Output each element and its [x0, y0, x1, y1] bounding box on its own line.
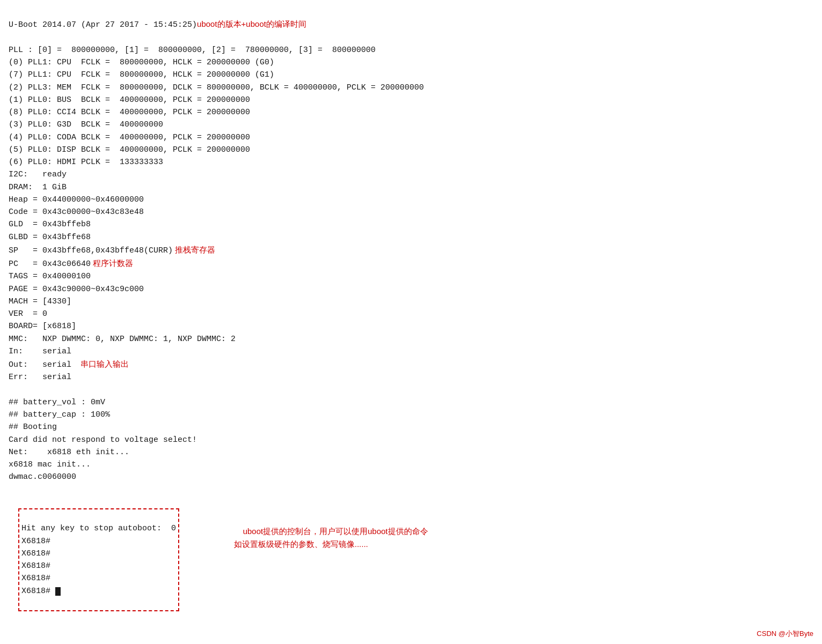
watermark: CSDN @小智Byte [757, 629, 813, 639]
pll-line-6: (3) PLL0: G3D BCLK = 400000000 [9, 120, 163, 129]
page-line: PAGE = 0x43c90000~0x43c9c000 [9, 285, 144, 294]
mach-line: MACH = [4330] [9, 297, 71, 306]
glbd-line: GLBD = 0x43bffe68 [9, 233, 91, 242]
mac-line: x6818 mac init... [9, 460, 91, 469]
i2c-line: I2C: ready [9, 170, 67, 179]
autoboot-box: Hit any key to stop autoboot: 0 X6818# X… [18, 508, 179, 611]
board-line: BOARD= [x6818] [9, 322, 76, 331]
card-line: Card did not respond to voltage select! [9, 435, 197, 445]
prompt-5: X6818# [21, 587, 50, 596]
battery-cap-line: ## battery_cap : 100% [9, 410, 110, 419]
out-line: Out: serial [9, 360, 71, 369]
pc-line: PC = 0x43c06640 [9, 260, 91, 269]
pll-line-4: (1) PLL0: BUS BCLK = 400000000, PCLK = 2… [9, 95, 250, 105]
prompt-3: X6818# [21, 561, 50, 571]
pc-annotation: 程序计数器 [91, 258, 133, 268]
heap-line: Heap = 0x44000000~0x46000000 [9, 195, 144, 204]
cursor [55, 587, 61, 596]
pll-line-1: (0) PLL1: CPU FCLK = 800000000, HCLK = 2… [9, 58, 274, 67]
blank-line2 [9, 386, 13, 395]
ver-line: VER = 0 [9, 309, 47, 319]
code-line: Code = 0x43c00000~0x43c83e48 [9, 208, 144, 217]
pll-line-2: (7) PLL1: CPU FCLK = 800000000, HCLK = 2… [9, 70, 274, 79]
blank-line [9, 33, 13, 42]
uboot-version: U-Boot 2014.07 (Apr 27 2017 - 15:45:25) [9, 20, 197, 29]
prompt-1: X6818# [21, 537, 50, 546]
dram-line: DRAM: 1 GiB [9, 183, 67, 192]
serial-annotation: 串口输入输出 [71, 359, 129, 368]
tags-line: TAGS = 0x40000100 [9, 272, 91, 281]
pll-line-8: (5) PLL0: DISP BCLK = 400000000, PCLK = … [9, 145, 250, 154]
console-annotation-line2: 如设置板级硬件的参数、烧写镜像...... [234, 539, 368, 549]
pll-line-3: (2) PLL3: MEM FCLK = 800000000, DCLK = 8… [9, 83, 424, 92]
console-annotation-line1: uboot提供的控制台，用户可以使用uboot提供的命令 [243, 527, 428, 536]
pll-line-9: (6) PLL0: HDMI PCLK = 133333333 [9, 158, 163, 167]
pll-line-7: (4) PLL0: CODA BCLK = 400000000, PCLK = … [9, 133, 250, 142]
dwmac-line: dwmac.c0060000 [9, 472, 76, 482]
console-annotation: uboot提供的控制台，用户可以使用uboot提供的命令 如设置板级硬件的参数、… [234, 512, 502, 564]
in-line: In: serial [9, 347, 71, 356]
sp-line: SP = 0x43bffe68,0x43bffe48(CURR) [9, 246, 173, 255]
prompt-4: X6818# [21, 574, 50, 583]
terminal-output: U-Boot 2014.07 (Apr 27 2017 - 15:45:25)u… [9, 5, 813, 484]
prompt-2: X6818# [21, 549, 50, 558]
gld-line: GLD = 0x43bffeb8 [9, 220, 91, 229]
version-annotation: uboot的版本+uboot的编译时间 [197, 19, 306, 28]
mmc-line: MMC: NXP DWMMC: 0, NXP DWMMC: 1, NXP DWM… [9, 335, 236, 344]
booting-line: ## Booting [9, 423, 57, 432]
pll-line-5: (8) PLL0: CCI4 BCLK = 400000000, PCLK = … [9, 108, 250, 117]
autoboot-line: Hit any key to stop autoboot: 0 [21, 524, 176, 533]
pll-line-0: PLL : [0] = 800000000, [1] = 800000000, … [9, 46, 376, 55]
err-line: Err: serial [9, 373, 71, 382]
sp-annotation: 推栈寄存器 [173, 245, 215, 254]
net-line: Net: x6818 eth init... [9, 448, 129, 457]
battery-vol-line: ## battery_vol : 0mV [9, 398, 105, 407]
